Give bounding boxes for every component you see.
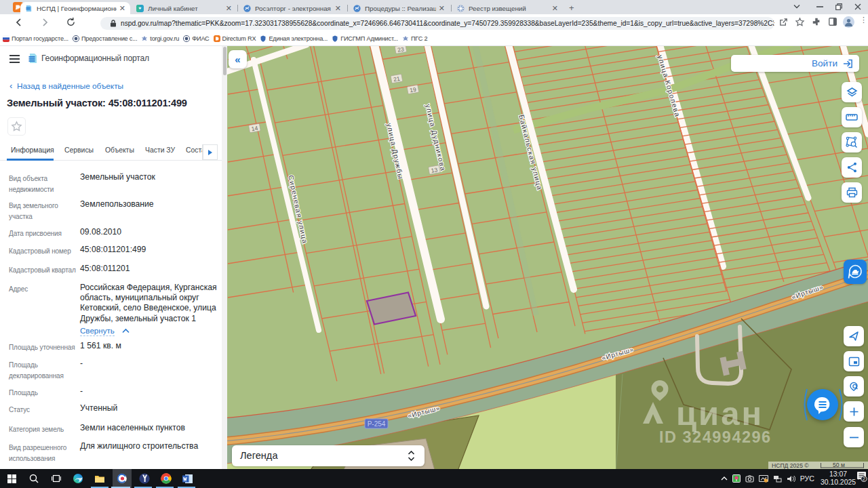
svg-text:Р-254: Р-254: [368, 420, 386, 428]
svg-text:19: 19: [409, 86, 416, 94]
svg-text:13: 13: [431, 166, 438, 174]
svg-text:циан: циан: [676, 395, 764, 432]
svg-text:21: 21: [393, 75, 400, 83]
svg-text:14: 14: [251, 125, 258, 133]
svg-text:2: 2: [863, 476, 866, 482]
svg-text:ID 324994296: ID 324994296: [659, 428, 772, 446]
svg-text:23: 23: [397, 46, 404, 54]
